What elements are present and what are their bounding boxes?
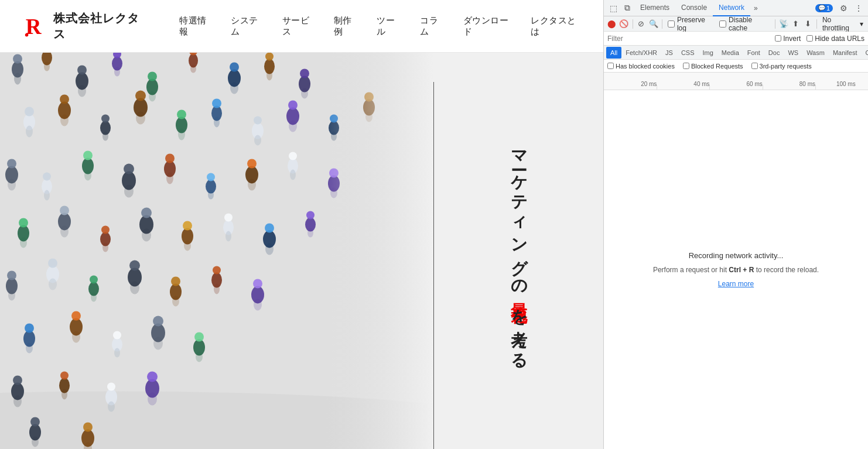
type-other-button[interactable]: Other <box>861 47 868 59</box>
timeline-label-20ms: 20 ms <box>641 81 657 87</box>
nav-item-0[interactable]: 特選情報 <box>179 15 212 37</box>
devtools-tabs: ⬚ ⧉ Elements Console Network » 💬 1 ⚙ ⋮ <box>604 0 868 16</box>
devtools-panel: ⬚ ⧉ Elements Console Network » 💬 1 ⚙ ⋮ ⬤… <box>603 0 868 449</box>
blocked-filters-bar: Has blocked cookies Blocked Requests 3rd… <box>604 60 868 73</box>
type-manifest-button[interactable]: Manifest <box>829 47 862 59</box>
nav-item-6[interactable]: ダウンロード <box>463 15 512 37</box>
tab-elements[interactable]: Elements <box>634 0 675 16</box>
timeline-label-80ms: 80 ms <box>799 81 815 87</box>
record-button[interactable]: ⬤ <box>606 18 617 30</box>
inspect-icon[interactable]: ⬚ <box>606 1 620 15</box>
hide-data-urls-checkbox[interactable] <box>807 35 813 42</box>
hide-data-urls-label[interactable]: Hide data URLs <box>807 35 864 43</box>
ctrl-r-shortcut: Ctrl + R <box>729 266 754 274</box>
hero-text-highlight: 最適化 <box>510 290 528 297</box>
nav-links: 特選情報 システム サービス 制作例 ツール コラム ダウンロード レクタスとは <box>179 15 580 37</box>
download-icon[interactable]: ⬇ <box>802 18 814 30</box>
type-css-button[interactable]: CSS <box>677 47 699 59</box>
timeline-label-100ms: 100 ms <box>836 81 856 87</box>
invert-label[interactable]: Invert <box>775 35 801 43</box>
third-party-label[interactable]: 3rd-party requests <box>751 63 812 70</box>
svg-point-1 <box>25 33 29 37</box>
type-filter-bar: All Fetch/XHR JS CSS Img Media Font Doc … <box>604 46 868 60</box>
svg-rect-166 <box>0 53 433 449</box>
hero-text-part2: を考える <box>510 297 528 362</box>
network-empty-state: Recording network activity... Perform a … <box>604 90 868 449</box>
recording-description: Perform a request or hit Ctrl + R to rec… <box>653 265 819 275</box>
logo-text: 株式会社レクタス <box>53 11 145 42</box>
type-js-button[interactable]: JS <box>661 47 677 59</box>
hero-crowd <box>0 53 433 449</box>
type-all-button[interactable]: All <box>606 47 621 59</box>
blocked-cookies-checkbox[interactable] <box>607 63 614 69</box>
hero-text-part1: マーケティングの <box>510 140 528 290</box>
type-doc-button[interactable]: Doc <box>764 47 784 59</box>
filter-icon[interactable]: ⊘ <box>635 18 647 30</box>
offline-icon[interactable]: 📡 <box>778 18 790 30</box>
devtools-actions: 💬 1 ⚙ ⋮ <box>815 1 866 15</box>
invert-checkbox[interactable] <box>775 35 781 42</box>
third-party-checkbox[interactable] <box>751 63 758 69</box>
search-icon[interactable]: 🔍 <box>648 18 659 30</box>
learn-more-link[interactable]: Learn more <box>718 280 754 288</box>
nav-item-1[interactable]: システム <box>231 15 264 37</box>
blocked-requests-checkbox[interactable] <box>683 63 689 69</box>
nav-item-7[interactable]: レクタスとは <box>531 15 580 37</box>
hero-vertical-text: マーケティングの最適化を考える <box>510 140 528 362</box>
device-icon[interactable]: ⧉ <box>620 1 634 15</box>
filter-bar: Invert Hide data URLs <box>604 32 868 46</box>
site-header: R 株式会社レクタス 特選情報 システム サービス 制作例 ツール コラム ダウ… <box>0 0 603 53</box>
toolbar-separator-1 <box>633 19 633 29</box>
nav-item-5[interactable]: コラム <box>420 15 445 37</box>
notification-badge: 💬 1 <box>815 4 833 12</box>
logo-area: R 株式会社レクタス <box>23 11 144 42</box>
filter-input[interactable] <box>607 33 770 44</box>
type-media-button[interactable]: Media <box>717 47 743 59</box>
clear-button[interactable]: 🚫 <box>618 18 630 30</box>
toolbar-separator-4 <box>816 19 817 29</box>
type-fetchxhr-button[interactable]: Fetch/XHR <box>621 47 661 59</box>
browser-page: R 株式会社レクタス 特選情報 システム サービス 制作例 ツール コラム ダウ… <box>0 0 603 449</box>
timeline-label-40ms: 40 ms <box>693 81 709 87</box>
more-options-icon[interactable]: ⋮ <box>852 1 866 15</box>
toolbar-separator-3 <box>775 19 775 29</box>
logo-icon: R <box>23 13 47 39</box>
nav-item-3[interactable]: 制作例 <box>334 15 358 37</box>
type-wasm-button[interactable]: Wasm <box>802 47 829 59</box>
vertical-divider <box>433 82 434 449</box>
nav-item-2[interactable]: サービス <box>282 15 315 37</box>
hero-text-area: マーケティングの最適化を考える <box>433 53 603 449</box>
filter-checkboxes: Invert Hide data URLs <box>775 35 864 43</box>
blocked-cookies-label[interactable]: Has blocked cookies <box>607 63 675 70</box>
toolbar-separator-2 <box>662 19 662 29</box>
disable-cache-checkbox[interactable] <box>719 20 726 28</box>
main-nav: 特選情報 システム サービス 制作例 ツール コラム ダウンロード レクタスとは <box>179 15 580 37</box>
upload-icon[interactable]: ⬆ <box>790 18 801 30</box>
type-img-button[interactable]: Img <box>699 47 717 59</box>
hero-section: マーケティングの最適化を考える <box>0 53 603 449</box>
preserve-log-label[interactable]: Preserve log <box>665 16 716 32</box>
type-font-button[interactable]: Font <box>743 47 764 59</box>
network-toolbar: ⬤ 🚫 ⊘ 🔍 Preserve log Disable cache 📡 ⬆ ⬇… <box>604 16 868 32</box>
tab-console[interactable]: Console <box>675 0 713 16</box>
preserve-log-checkbox[interactable] <box>668 20 675 28</box>
recording-title: Recording network activity... <box>689 251 784 260</box>
disable-cache-label[interactable]: Disable cache <box>717 16 772 32</box>
nav-item-4[interactable]: ツール <box>377 15 401 37</box>
more-tabs-button[interactable]: » <box>750 4 761 12</box>
settings-icon[interactable]: ⚙ <box>836 1 850 15</box>
throttle-label[interactable]: No throttling ▾ <box>820 16 866 32</box>
timeline-header: 20 ms 40 ms 60 ms 80 ms 100 ms <box>604 73 868 90</box>
timeline-label-60ms: 60 ms <box>747 81 763 87</box>
type-ws-button[interactable]: WS <box>784 47 802 59</box>
tab-network[interactable]: Network <box>713 0 750 16</box>
blocked-requests-label[interactable]: Blocked Requests <box>683 63 743 70</box>
